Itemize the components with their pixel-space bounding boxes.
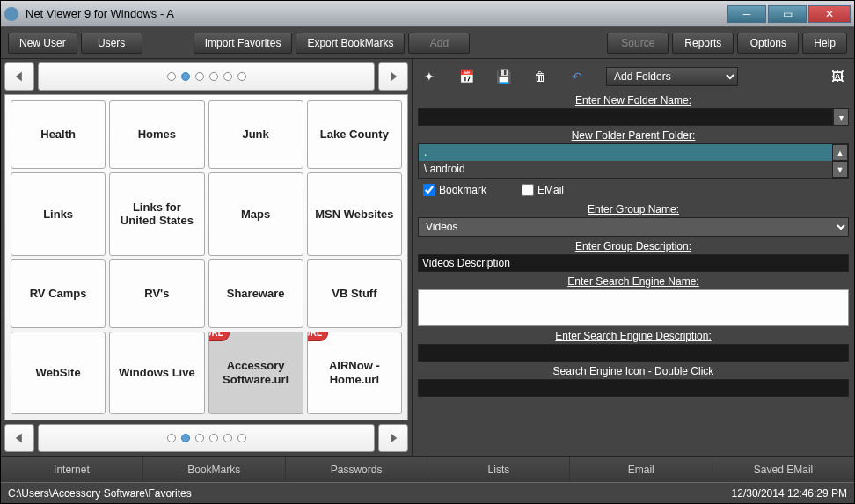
tile-3[interactable]: Lake County [307,100,402,169]
parent-folder-label: New Folder Parent Folder: [418,129,849,142]
tile-8[interactable]: RV Camps [11,259,106,328]
page-dot-5[interactable] [223,434,232,442]
picture-icon[interactable]: 🖼 [829,69,845,84]
page-dot-5[interactable] [223,72,232,81]
undo-icon[interactable]: ↶ [569,69,585,84]
url-badge: .URL [307,332,328,341]
tile-5[interactable]: Links for United States [109,172,204,255]
page-dot-2[interactable] [181,434,190,442]
tile-9[interactable]: RV's [109,259,204,328]
search-icon-label: Search Engine Icon - Double Click [418,365,849,377]
new-folder-input[interactable] [418,108,833,126]
search-icon-box[interactable] [418,379,849,397]
parent-down-arrow[interactable]: ▼ [832,161,848,178]
tile-13[interactable]: Windows Live [109,332,204,414]
right-panel: ✦ 📅 💾 🗑 ↶ Add Folders 🖼 Enter New Folder… [413,59,854,456]
email-checkbox-wrap[interactable]: EMail [522,184,564,196]
page-dots-top[interactable] [38,62,375,91]
tile-2[interactable]: Junk [208,100,303,169]
page-dot-4[interactable] [209,72,218,81]
new-user-button[interactable]: New User [8,33,77,54]
page-dot-6[interactable] [238,72,246,81]
bottom-tabs: InternetBookMarksPasswordsListsEmailSave… [1,456,854,482]
tab-email[interactable]: Email [570,457,712,482]
page-prev-button[interactable] [4,62,34,91]
url-badge: .URL [208,332,230,341]
add-folders-select[interactable]: Add Folders [606,67,738,86]
search-desc-label: Enter Search Engine Description: [418,330,849,342]
page-dot-3[interactable] [195,72,204,81]
bookmark-checkbox-wrap[interactable]: Bookmark [423,184,486,196]
tab-passwords[interactable]: Passwords [286,457,428,482]
help-button[interactable]: Help [802,33,847,54]
svg-marker-3 [391,433,397,442]
status-path: C:\Users\Accessory Software\Favorites [8,487,192,500]
page-dot-6[interactable] [238,434,246,442]
left-panel: HealthHomesJunkLake CountyLinksLinks for… [1,59,413,456]
group-name-select[interactable]: Videos [418,217,849,237]
close-button[interactable]: ✕ [808,5,851,23]
page-dot-3[interactable] [195,434,204,442]
tile-1[interactable]: Homes [109,100,204,169]
import-favorites-button[interactable]: Import Favorites [194,33,293,54]
parent-up-arrow[interactable]: ▲ [832,144,848,161]
tab-bookmarks[interactable]: BookMarks [143,457,286,482]
right-toolbar: ✦ 📅 💾 🗑 ↶ Add Folders 🖼 [418,62,849,91]
tile-0[interactable]: Health [11,100,106,169]
tile-12[interactable]: WebSite [11,332,106,414]
page-dots-bottom[interactable] [38,424,375,452]
tile-15[interactable]: AIRNow - Home.url.URL [307,332,402,414]
tile-7[interactable]: MSN Websites [307,172,402,255]
email-checkbox [522,184,534,196]
tile-11[interactable]: VB Stuff [307,259,402,328]
search-name-label: Enter Search Engine Name: [418,275,849,288]
group-desc-input[interactable]: Videos Description [418,254,849,272]
status-datetime: 12/30/2014 12:46:29 PM [732,487,847,500]
page-dot-2[interactable] [181,72,190,81]
page-dot-4[interactable] [209,434,218,442]
save-icon[interactable]: 💾 [495,69,511,84]
tile-4[interactable]: Links [11,172,106,255]
group-name-label: Enter Group Name: [418,203,849,215]
search-name-input[interactable] [418,289,849,326]
new-folder-dropdown[interactable]: ▾ [833,108,849,126]
tab-saved-email[interactable]: Saved EMail [712,457,854,482]
tile-14[interactable]: Accessory Software.url.URL [208,332,303,414]
titlebar: Net Viewer 9 for Windows - A ─ ▭ ✕ [1,1,854,27]
search-desc-input[interactable] [418,344,849,362]
checkbox-row: Bookmark EMail [418,180,849,200]
group-desc-label: Enter Group Description: [418,240,849,252]
page-dot-1[interactable] [167,434,176,442]
bottom-pager [1,420,412,456]
page-next-button-bottom[interactable] [378,424,408,452]
app-icon [4,7,18,21]
reports-button[interactable]: Reports [672,33,734,54]
maximize-button[interactable]: ▭ [768,5,807,23]
source-button[interactable]: Source [607,33,669,54]
trash-icon[interactable]: 🗑 [532,69,548,84]
main-toolbar: New User Users Import Favorites Export B… [1,27,854,59]
top-pager [1,59,412,94]
parent-item-1[interactable]: \ android [419,161,832,178]
tile-6[interactable]: Maps [208,172,303,255]
tab-lists[interactable]: Lists [428,457,570,482]
page-dot-1[interactable] [167,72,176,81]
parent-item-0[interactable]: . [419,144,832,161]
page-next-button[interactable] [378,62,408,91]
users-button[interactable]: Users [81,33,142,54]
statusbar: C:\Users\Accessory Software\Favorites 12… [1,482,854,503]
window-title: Net Viewer 9 for Windows - A [24,7,727,20]
minimize-button[interactable]: ─ [727,5,766,23]
options-button[interactable]: Options [737,33,799,54]
new-folder-label: Enter New Folder Name: [418,94,849,106]
parent-folder-list[interactable]: . ▲ \ android ▼ [418,143,849,179]
add-button[interactable]: Add [408,33,470,54]
page-prev-button-bottom[interactable] [4,424,34,452]
tab-internet[interactable]: Internet [1,457,143,482]
tile-10[interactable]: Shareware [208,259,303,328]
bookmark-checkbox [423,184,435,196]
tool-icon-1[interactable]: ✦ [421,69,437,84]
export-bookmarks-button[interactable]: Export BookMarks [296,33,405,54]
tile-grid-container: HealthHomesJunkLake CountyLinksLinks for… [4,94,408,420]
calendar-icon[interactable]: 📅 [458,69,474,84]
